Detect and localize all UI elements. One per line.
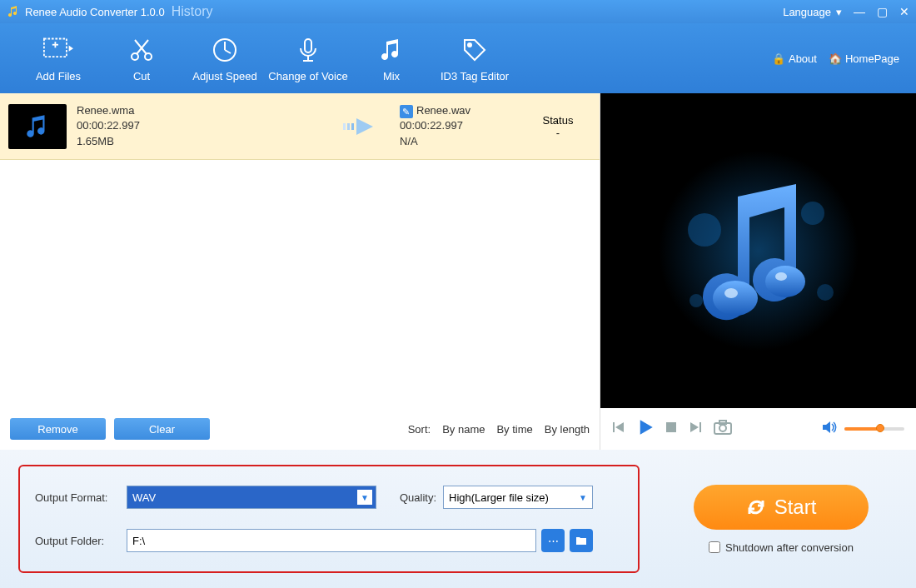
maximize-button[interactable]: ▢ (877, 5, 888, 18)
stop-button[interactable] (665, 421, 677, 436)
prev-track-button[interactable] (612, 421, 625, 437)
speed-icon (210, 35, 240, 65)
next-track-button[interactable] (689, 421, 702, 437)
microphone-icon (293, 35, 323, 65)
add-files-button[interactable]: Add Files (17, 35, 100, 82)
svg-marker-37 (823, 421, 830, 433)
svg-point-35 (719, 425, 726, 431)
svg-marker-32 (690, 422, 699, 432)
file-list-area: Renee.wma 00:00:22.997 1.65MB Renee.wav … (0, 93, 600, 450)
status-header: Status (525, 114, 591, 127)
start-label: Start (774, 496, 817, 519)
play-button[interactable] (637, 419, 654, 439)
sort-by-time[interactable]: By time (496, 423, 532, 436)
svg-line-10 (225, 50, 231, 53)
svg-point-26 (724, 288, 738, 298)
adjust-speed-button[interactable]: Adjust Speed (183, 35, 266, 82)
output-format-dropdown[interactable]: WAV ▼ (127, 486, 376, 509)
output-format-label: Output Format: (35, 491, 127, 504)
file-thumbnail (8, 104, 67, 149)
svg-point-23 (689, 294, 703, 307)
output-panel: Output Format: WAV ▼ Quality: High(Large… (0, 450, 916, 588)
add-files-icon (43, 35, 73, 65)
clear-button[interactable]: Clear (114, 418, 210, 440)
volume-slider[interactable] (844, 427, 904, 431)
app-title: Renee Audio Converter 1.0.0 (25, 6, 165, 18)
output-folder-input[interactable] (127, 529, 536, 552)
svg-rect-16 (347, 123, 350, 130)
shutdown-checkbox-label[interactable]: Shutdown after conversion (709, 541, 854, 554)
music-artwork-icon (659, 151, 859, 351)
convert-arrow-icon (341, 114, 383, 139)
refresh-icon (746, 497, 766, 517)
source-file-info: Renee.wma 00:00:22.997 1.65MB (77, 103, 140, 149)
edit-icon[interactable] (400, 105, 413, 118)
start-button[interactable]: Start (694, 485, 869, 530)
svg-rect-17 (351, 123, 354, 130)
destination-file-duration: 00:00:22.997 (400, 118, 525, 133)
chevron-down-icon: ▼ (357, 490, 372, 505)
sort-by-name[interactable]: By name (442, 423, 485, 436)
app-logo-icon (7, 5, 20, 18)
svg-point-27 (775, 272, 787, 281)
svg-point-24 (713, 281, 758, 316)
main-toolbar: Add Files Cut Adjust Speed Change of Voi… (0, 23, 916, 93)
tag-icon (460, 35, 490, 65)
svg-rect-28 (613, 422, 615, 432)
svg-rect-31 (666, 422, 676, 432)
file-list-empty (0, 160, 600, 408)
svg-rect-33 (699, 422, 701, 432)
language-dropdown[interactable]: Language ▾ (783, 6, 842, 18)
start-column: Start Shutdown after conversion (665, 465, 898, 573)
quality-label: Quality: (376, 491, 443, 504)
svg-marker-29 (615, 422, 624, 432)
svg-point-25 (765, 266, 805, 297)
more-options-button[interactable]: ⋯ (541, 529, 565, 552)
player-controls (600, 408, 916, 450)
browse-folder-button[interactable] (570, 529, 593, 552)
file-row[interactable]: Renee.wma 00:00:22.997 1.65MB Renee.wav … (0, 93, 600, 160)
status-value: - (525, 127, 591, 139)
mix-button[interactable]: Mix (350, 35, 433, 82)
destination-file-name: Renee.wav (416, 104, 470, 117)
cut-button[interactable]: Cut (100, 35, 183, 82)
output-format-value: WAV (132, 491, 156, 504)
quality-dropdown[interactable]: High(Larger file size) ▼ (443, 486, 593, 509)
sort-by-length[interactable]: By length (545, 423, 590, 436)
svg-rect-2 (55, 42, 57, 47)
close-button[interactable]: ✕ (899, 5, 909, 18)
remove-button[interactable]: Remove (10, 418, 106, 440)
change-voice-button[interactable]: Change of Voice (266, 35, 350, 82)
preview-canvas (600, 93, 916, 408)
language-label: Language (783, 6, 831, 18)
chevron-down-icon: ▾ (836, 6, 842, 18)
destination-file-size: N/A (400, 134, 525, 149)
volume-icon[interactable] (823, 421, 838, 437)
source-file-name: Renee.wma (77, 103, 140, 118)
svg-rect-15 (343, 123, 346, 130)
source-file-duration: 00:00:22.997 (77, 118, 140, 133)
history-link[interactable]: History (172, 4, 213, 19)
svg-rect-11 (305, 39, 311, 52)
main-area: Renee.wma 00:00:22.997 1.65MB Renee.wav … (0, 93, 916, 450)
homepage-link[interactable]: 🏠 HomePage (829, 52, 899, 65)
about-link[interactable]: 🔒 About (772, 52, 817, 65)
output-settings-box: Output Format: WAV ▼ Quality: High(Large… (18, 465, 640, 573)
destination-file-info: Renee.wav 00:00:22.997 N/A (400, 103, 525, 149)
preview-panel (600, 93, 916, 450)
chevron-down-icon: ▼ (579, 493, 587, 502)
shutdown-checkbox[interactable] (709, 541, 720, 553)
minimize-button[interactable]: — (854, 5, 865, 18)
svg-point-20 (688, 213, 721, 247)
svg-point-22 (817, 284, 834, 301)
svg-line-6 (137, 40, 148, 54)
snapshot-button[interactable] (714, 420, 732, 438)
svg-marker-3 (69, 45, 73, 51)
scissors-icon (127, 35, 157, 65)
svg-point-14 (468, 43, 471, 47)
source-file-size: 1.65MB (77, 134, 140, 149)
id3-tag-editor-button[interactable]: ID3 Tag Editor (433, 35, 516, 82)
svg-rect-19 (659, 151, 859, 351)
lock-icon: 🔒 (772, 52, 785, 65)
svg-line-7 (135, 40, 147, 54)
